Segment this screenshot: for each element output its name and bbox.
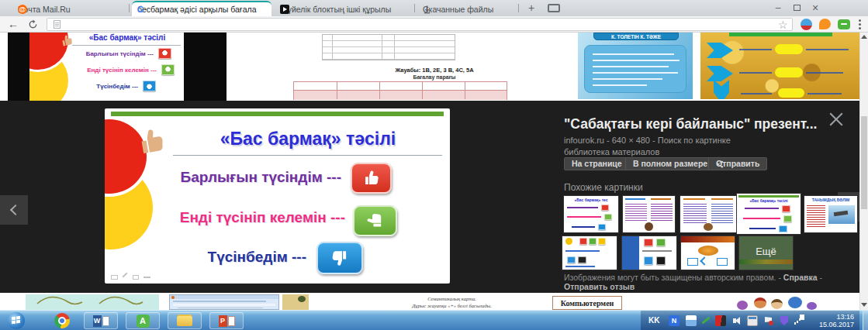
- office-logo: [171, 296, 175, 299]
- result-thumbnail-swirl[interactable]: [26, 294, 159, 310]
- result-thumbnail-document[interactable]: Жауабы: 1В, 2Е, 3 В, 4С, 5А Бағалау пара…: [291, 33, 578, 101]
- mini-icon: [644, 256, 653, 265]
- decor-line: [572, 226, 595, 228]
- similar-image-2[interactable]: [623, 196, 675, 232]
- caption-line-2: Дұрыс жауапқа «+» белгі басылады.: [326, 303, 578, 308]
- feedback-link[interactable]: Отправить отзыв: [564, 282, 635, 291]
- word-taskbar-button[interactable]: W: [84, 312, 118, 329]
- extension-icon-1[interactable]: [801, 19, 812, 30]
- minimize-button[interactable]: –: [769, 0, 787, 15]
- tab-downloads[interactable]: Скачанные файлы: [417, 2, 514, 16]
- preview-image[interactable]: «Бас бармақ» тәсілі Барлығын түсіндім --…: [105, 108, 450, 284]
- tab-mailru[interactable]: @ Почта Mail.Ru: [12, 2, 127, 16]
- play-icon: [283, 7, 287, 12]
- show-desktop-button[interactable]: [863, 311, 868, 330]
- result-image-letterbox: [184, 33, 227, 101]
- similar-image-9-more[interactable]: Ещё: [739, 236, 793, 270]
- decor-side-band: [622, 236, 639, 270]
- results-bottom-strip: Семантикалық карта. Дұрыс жауапқа «+» бе…: [0, 293, 859, 310]
- result-meta[interactable]: infourok.ru - 640 × 480 - Поиск по карти…: [564, 136, 731, 145]
- decor-line: [743, 218, 780, 219]
- reload-button[interactable]: [28, 19, 38, 33]
- help-link[interactable]: Справка: [783, 273, 818, 282]
- result-thumbnail-blue-slide[interactable]: К. ТОЛЕТІН К. ТӘЖЕ: [578, 33, 693, 99]
- result-thumbnail-autumn-slide[interactable]: [700, 33, 859, 99]
- scroll-down-arrow[interactable]: [861, 303, 867, 307]
- page-scrollbar[interactable]: [859, 33, 868, 310]
- previous-image-button[interactable]: [0, 195, 28, 225]
- start-button[interactable]: [8, 312, 25, 329]
- view-full-size-button[interactable]: В полном размере: [625, 157, 715, 170]
- similar-image-4-selected[interactable]: «Бас бармақ» тәсілі: [737, 194, 801, 234]
- tray-pencil-icon[interactable]: [700, 315, 711, 326]
- tab-list-icon[interactable]: [548, 4, 560, 12]
- tray-shield-icon[interactable]: [779, 315, 790, 326]
- chrome-taskbar-icon[interactable]: [54, 313, 70, 328]
- result-title[interactable]: "Сабақтағы кері байланыс" презент...: [564, 116, 832, 132]
- tab-google-search[interactable]: G бесбармақ әдісі арқылы бағала: [132, 1, 271, 16]
- language-indicator[interactable]: KK: [648, 316, 659, 325]
- similar-image-6[interactable]: [562, 236, 617, 270]
- result-thumbnail-caption-card[interactable]: Семантикалық карта. Дұрыс жауапқа «+» бе…: [326, 294, 578, 310]
- mini-icon: [604, 214, 612, 220]
- tab-separator: [414, 4, 415, 12]
- amigo-taskbar-button[interactable]: A: [126, 312, 160, 329]
- extension-green-icon[interactable]: [838, 19, 850, 29]
- highlight-pill: [778, 88, 804, 98]
- table-line: [465, 82, 465, 99]
- scroll-up-arrow[interactable]: [861, 35, 867, 39]
- similar-image-3[interactable]: [680, 196, 737, 232]
- tray-n-icon[interactable]: N: [669, 315, 680, 326]
- table-line: [422, 82, 423, 99]
- clock-date[interactable]: 15.06.2017: [807, 321, 854, 328]
- chrome-core: [60, 318, 64, 323]
- decor-line: [593, 53, 674, 55]
- result-thumbnail-slide[interactable]: «Бас бармақ» тәсілі Барлығын түсіндім --…: [29, 33, 184, 101]
- mini-icon: [779, 225, 787, 232]
- powerpoint-taskbar-button[interactable]: P: [209, 312, 244, 329]
- slide-control-icon: [144, 277, 150, 278]
- result-thumbnail-sand[interactable]: [282, 294, 309, 310]
- result-thumbnail-cartoon-kids[interactable]: [735, 296, 827, 310]
- similar-images-heading: Похожие картинки: [564, 182, 643, 193]
- result-thumbnail-office-window[interactable]: [169, 294, 279, 310]
- decor-arrow: [700, 256, 708, 265]
- share-button[interactable]: Отправить: [708, 157, 767, 170]
- tray-action-center-icon[interactable]: [763, 315, 774, 326]
- bookmark-star-icon[interactable]: ☆: [778, 19, 788, 31]
- tray-volume-icon[interactable]: [732, 315, 743, 326]
- thumb-side-icon: [353, 205, 397, 236]
- computer-box[interactable]: Компьютермен: [552, 296, 622, 310]
- result-source-note: библиотека материалов: [564, 147, 659, 156]
- back-button[interactable]: ←: [8, 18, 19, 30]
- tab-video[interactable]: Жүйелік блоктың ішкі құрылы: [275, 2, 413, 16]
- similar-image-1[interactable]: «Бас бармақ» тес: [564, 196, 618, 232]
- tray-calendar-icon[interactable]: [747, 315, 758, 326]
- decor-line: [807, 93, 842, 95]
- table-line: [379, 82, 380, 99]
- similar-image-5[interactable]: ТАНЫМДЫҚ БӨЛІМ: [804, 196, 857, 232]
- folder-icon: [177, 316, 192, 326]
- mini-icon: [579, 238, 587, 245]
- decor-line: [741, 93, 772, 95]
- tray-network-icon[interactable]: [794, 315, 805, 326]
- clock-time[interactable]: 13:16: [807, 313, 854, 321]
- browser-menu-icon[interactable]: [858, 19, 861, 29]
- scrollbar-thumb[interactable]: [861, 116, 867, 209]
- similar-image-8[interactable]: [681, 236, 735, 270]
- extension-chat-icon[interactable]: [819, 19, 831, 29]
- decor-text-block: [711, 202, 733, 224]
- browser-window: @ Почта Mail.Ru G бесбармақ әдісі арқылы…: [0, 0, 868, 330]
- tray-flag-red-icon[interactable]: [715, 315, 726, 326]
- dash: -: [820, 273, 823, 282]
- maximize-button[interactable]: [788, 0, 805, 15]
- similar-image-7[interactable]: [622, 236, 676, 270]
- close-window-button[interactable]: ×: [807, 0, 824, 15]
- arrow-shape: [707, 66, 733, 81]
- tray-messenger-icon[interactable]: [686, 315, 697, 326]
- explorer-taskbar-button[interactable]: [168, 312, 202, 329]
- visit-page-button[interactable]: На странице: [564, 157, 630, 170]
- new-tab-button[interactable]: +: [524, 2, 538, 15]
- decor-figure: [565, 238, 572, 245]
- address-bar[interactable]: ☆: [47, 18, 793, 31]
